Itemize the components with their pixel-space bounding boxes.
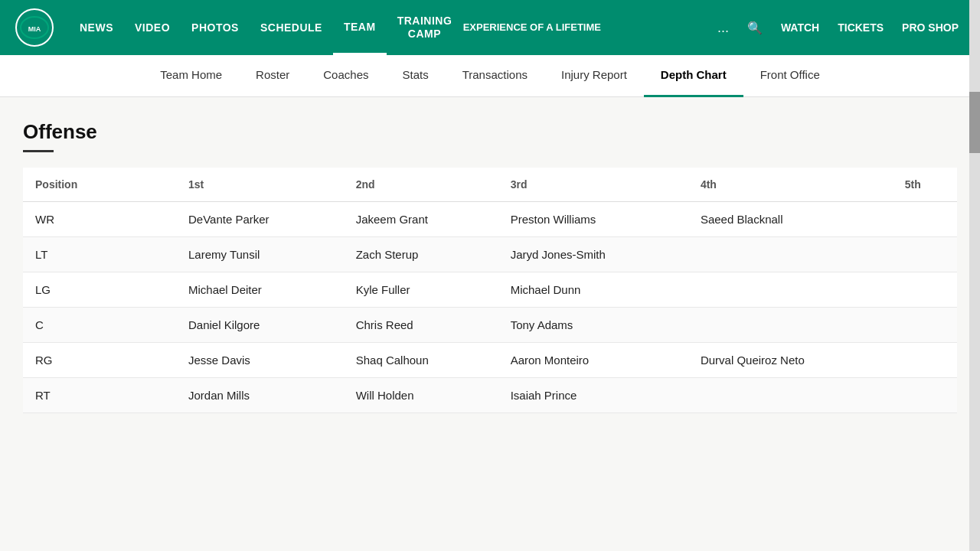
subnav-front-office[interactable]: Front Office xyxy=(743,55,837,97)
player-cell xyxy=(893,378,957,413)
position-cell: LG xyxy=(23,272,176,308)
more-icon[interactable]: ... xyxy=(711,20,735,36)
player-cell xyxy=(893,308,957,343)
nav-photos[interactable]: PHOTOS xyxy=(181,0,250,55)
position-cell: RT xyxy=(23,378,176,413)
svg-text:MIA: MIA xyxy=(28,25,41,33)
col-header-5th: 5th xyxy=(893,168,957,202)
tickets-button[interactable]: TICKETS xyxy=(831,21,890,34)
player-cell xyxy=(688,272,893,308)
depth-chart-table: Position 1st 2nd 3rd 4th 5th WRDeVante P… xyxy=(23,168,957,413)
nav-experience[interactable]: EXPERIENCE OF A LIFETIME xyxy=(456,21,609,34)
player-cell xyxy=(893,237,957,272)
player-cell[interactable]: Aaron Monteiro xyxy=(498,343,688,378)
player-cell[interactable]: Saeed Blacknall xyxy=(688,202,893,237)
table-row: CDaniel KilgoreChris ReedTony Adams xyxy=(23,308,957,343)
table-row: LGMichael DeiterKyle FullerMichael Dunn xyxy=(23,272,957,308)
scrollbar[interactable] xyxy=(969,0,980,551)
team-logo[interactable]: MIA xyxy=(15,8,54,47)
nav-training-camp[interactable]: TRAINING CAMP xyxy=(387,0,456,55)
search-icon[interactable]: 🔍 xyxy=(741,21,769,35)
table-row: RGJesse DavisShaq CalhounAaron MonteiroD… xyxy=(23,343,957,378)
nav-video[interactable]: VIDEO xyxy=(124,0,181,55)
subnav-depth-chart[interactable]: Depth Chart xyxy=(644,55,743,97)
player-cell[interactable]: Tony Adams xyxy=(498,308,688,343)
col-header-4th: 4th xyxy=(688,168,893,202)
player-cell[interactable]: Michael Deiter xyxy=(176,272,344,308)
top-nav-right: ... 🔍 WATCH TICKETS PRO SHOP xyxy=(711,20,965,36)
nav-news[interactable]: NEWS xyxy=(69,0,124,55)
col-header-3rd: 3rd xyxy=(498,168,688,202)
col-header-position: Position xyxy=(23,168,176,202)
player-cell[interactable]: Jordan Mills xyxy=(176,378,344,413)
position-cell: LT xyxy=(23,237,176,272)
subnav-stats[interactable]: Stats xyxy=(385,55,445,97)
player-cell xyxy=(893,272,957,308)
proshop-button[interactable]: PRO SHOP xyxy=(896,21,965,34)
player-cell xyxy=(688,308,893,343)
player-cell[interactable]: Jakeem Grant xyxy=(344,202,498,237)
section-title-underline xyxy=(23,150,54,152)
sub-navigation: Team Home Roster Coaches Stats Transacti… xyxy=(0,55,980,97)
position-cell: WR xyxy=(23,202,176,237)
player-cell[interactable]: Kyle Fuller xyxy=(344,272,498,308)
player-cell[interactable]: Chris Reed xyxy=(344,308,498,343)
player-cell[interactable]: Isaiah Prince xyxy=(498,378,688,413)
top-nav-links: NEWS VIDEO PHOTOS SCHEDULE TEAM TRAINING… xyxy=(69,0,711,55)
player-cell[interactable]: Daniel Kilgore xyxy=(176,308,344,343)
player-cell xyxy=(893,202,957,237)
player-cell xyxy=(688,237,893,272)
table-row: LTLaremy TunsilZach SterupJaryd Jones-Sm… xyxy=(23,237,957,272)
position-cell: RG xyxy=(23,343,176,378)
subnav-coaches[interactable]: Coaches xyxy=(306,55,385,97)
watch-button[interactable]: WATCH xyxy=(775,21,825,34)
table-header-row: Position 1st 2nd 3rd 4th 5th xyxy=(23,168,957,202)
player-cell[interactable]: Will Holden xyxy=(344,378,498,413)
player-cell[interactable]: Michael Dunn xyxy=(498,272,688,308)
player-cell[interactable]: Shaq Calhoun xyxy=(344,343,498,378)
scrollbar-thumb[interactable] xyxy=(969,92,980,153)
section-title: Offense xyxy=(23,120,957,144)
position-cell: C xyxy=(23,308,176,343)
main-content: Offense Position 1st 2nd 3rd 4th 5th WRD… xyxy=(0,97,980,551)
subnav-transactions[interactable]: Transactions xyxy=(446,55,544,97)
nav-team[interactable]: TEAM xyxy=(333,0,387,55)
col-header-2nd: 2nd xyxy=(344,168,498,202)
player-cell[interactable]: Preston Williams xyxy=(498,202,688,237)
subnav-injury-report[interactable]: Injury Report xyxy=(544,55,644,97)
player-cell xyxy=(688,378,893,413)
player-cell xyxy=(893,343,957,378)
nav-schedule[interactable]: SCHEDULE xyxy=(250,0,333,55)
player-cell[interactable]: Laremy Tunsil xyxy=(176,237,344,272)
table-row: WRDeVante ParkerJakeem GrantPreston Will… xyxy=(23,202,957,237)
subnav-team-home[interactable]: Team Home xyxy=(143,55,239,97)
player-cell[interactable]: DeVante Parker xyxy=(176,202,344,237)
player-cell[interactable]: Jesse Davis xyxy=(176,343,344,378)
top-navigation: MIA NEWS VIDEO PHOTOS SCHEDULE TEAM TRAI… xyxy=(0,0,980,55)
player-cell[interactable]: Jaryd Jones-Smith xyxy=(498,237,688,272)
table-row: RTJordan MillsWill HoldenIsaiah Prince xyxy=(23,378,957,413)
player-cell[interactable]: Zach Sterup xyxy=(344,237,498,272)
player-cell[interactable]: Durval Queiroz Neto xyxy=(688,343,893,378)
col-header-1st: 1st xyxy=(176,168,344,202)
subnav-roster[interactable]: Roster xyxy=(239,55,306,97)
